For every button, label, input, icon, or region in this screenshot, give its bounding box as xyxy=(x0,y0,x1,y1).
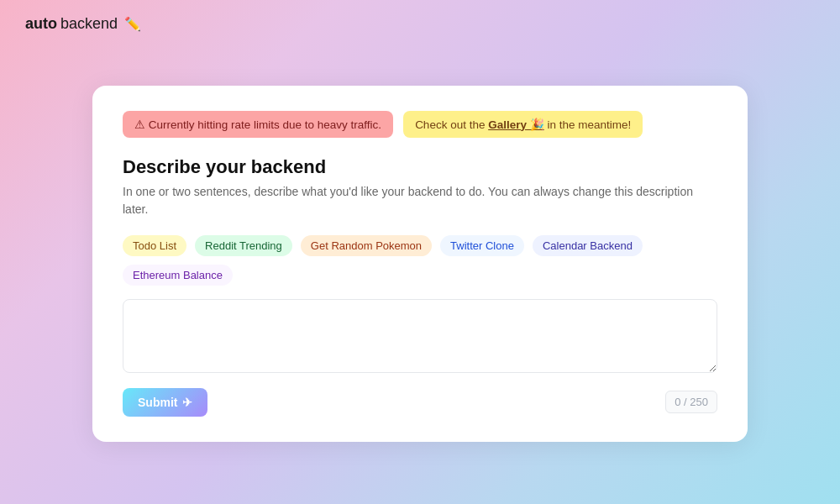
tag-get-random-pokemon[interactable]: Get Random Pokemon xyxy=(301,235,432,256)
submit-button[interactable]: Submit ✈ xyxy=(123,388,207,417)
alert-row: ⚠ Currently hitting rate limits due to h… xyxy=(123,111,717,138)
alert-yellow-prefix: Check out the xyxy=(415,118,488,131)
header: autobackend ✏️ xyxy=(0,0,166,48)
tag-calendar-backend[interactable]: Calendar Backend xyxy=(533,235,643,256)
tag-reddit-trending[interactable]: Reddit Trending xyxy=(195,235,292,256)
backend-description-textarea[interactable] xyxy=(123,299,717,373)
alert-red: ⚠ Currently hitting rate limits due to h… xyxy=(123,111,393,138)
logo-auto: auto xyxy=(25,15,57,33)
bottom-row: Submit ✈ 0 / 250 xyxy=(123,388,717,417)
logo-backend: backend xyxy=(60,15,118,33)
char-counter: 0 / 250 xyxy=(665,391,717,413)
submit-label: Submit xyxy=(138,396,177,409)
card: ⚠ Currently hitting rate limits due to h… xyxy=(92,86,748,442)
alert-yellow: Check out the Gallery 🎉 in the meantime! xyxy=(403,111,643,138)
logo-icon: ✏️ xyxy=(124,16,141,32)
tags-row: Todo List Reddit Trending Get Random Pok… xyxy=(123,235,717,286)
main-content: ⚠ Currently hitting rate limits due to h… xyxy=(0,48,840,504)
logo: autobackend ✏️ xyxy=(25,15,141,33)
tag-twitter-clone[interactable]: Twitter Clone xyxy=(440,235,524,256)
submit-icon: ✈ xyxy=(182,396,192,409)
section-subtitle: In one or two sentences, describe what y… xyxy=(123,183,717,218)
alert-yellow-suffix: in the meantime! xyxy=(544,118,632,131)
alert-red-text: ⚠ Currently hitting rate limits due to h… xyxy=(134,118,381,131)
tag-todo-list[interactable]: Todo List xyxy=(123,235,186,256)
tag-ethereum-balance[interactable]: Ethereum Balance xyxy=(123,265,233,286)
gallery-link[interactable]: Gallery 🎉 xyxy=(488,118,544,131)
section-title: Describe your backend xyxy=(123,156,717,178)
